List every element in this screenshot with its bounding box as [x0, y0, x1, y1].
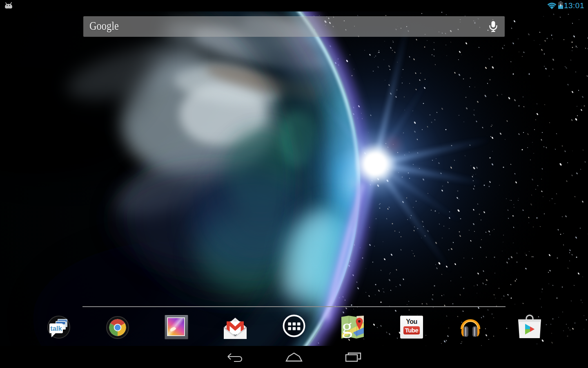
- svg-text:talk: talk: [50, 325, 62, 332]
- svg-text:g: g: [342, 315, 352, 338]
